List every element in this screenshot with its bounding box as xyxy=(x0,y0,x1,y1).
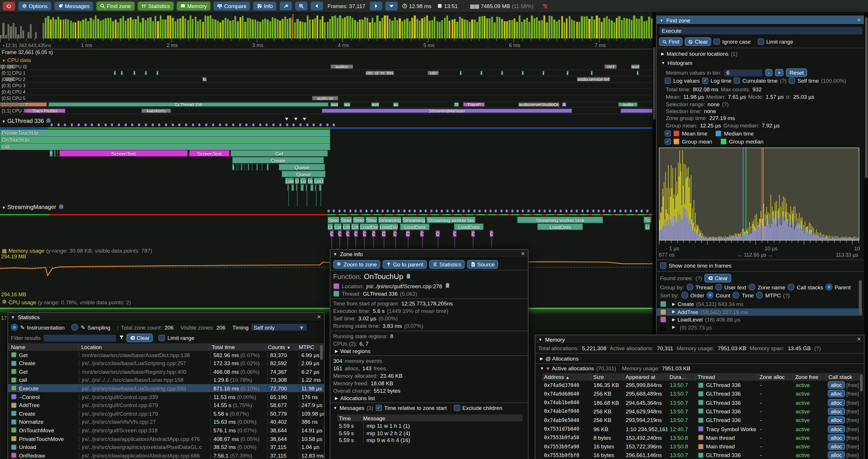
zone-bar[interactable] xyxy=(57,150,58,157)
message-row[interactable]: 5.59 smip 11 w 1 h 1 (1) xyxy=(337,423,523,429)
message-dot[interactable] xyxy=(326,124,328,126)
stats-row[interactable]: ~Control jni/../jni/src/guif/Control.cpp… xyxy=(8,393,324,401)
cpu-segment[interactable]: kworker/u xyxy=(141,108,171,113)
message-dot[interactable] xyxy=(544,209,546,212)
time-relative-checkbox[interactable]: ✓ xyxy=(376,405,382,411)
cpu-segment[interactable]: audio. xyxy=(330,102,338,107)
zone-bar[interactable] xyxy=(296,184,298,191)
message-dot[interactable] xyxy=(549,209,551,212)
cpu-segment[interactable] xyxy=(25,64,27,69)
zone-bar[interactable] xyxy=(310,184,314,191)
zone-bar[interactable]: LoUp xyxy=(314,177,324,184)
message-dot[interactable] xyxy=(630,209,632,212)
message-dot[interactable] xyxy=(478,209,481,212)
alloc-chip[interactable]: alloc xyxy=(828,442,845,450)
screen-scrollbar-thumb[interactable] xyxy=(865,17,867,178)
cpu-segment[interactable]: audio xyxy=(618,102,638,107)
cpu-segment[interactable]: c xyxy=(501,71,503,75)
exclude-children-checkbox[interactable] xyxy=(454,405,460,411)
zone-bar[interactable]: LoadData xyxy=(400,223,430,230)
message-dot[interactable] xyxy=(272,124,275,126)
message-dot[interactable] xyxy=(500,209,503,212)
stats-row[interactable]: Get /mnt/e/claw/src/claw/base/AssetDict.… xyxy=(8,351,324,359)
cpu-segment[interactable]: cds_ol_rx_threa xyxy=(365,71,394,75)
memory-row[interactable]: 0x74ab1be040 186.68 KB 294,645,364ns 13:… xyxy=(542,398,861,407)
memory-usage-header[interactable]: ▦ Memory usage (y-range: 30.88 KB, visib… xyxy=(2,248,152,254)
zone-bar[interactable]: LoadData xyxy=(454,223,484,230)
zone-bar[interactable]: !S xyxy=(50,150,53,157)
close-icon[interactable]: ✕ xyxy=(317,314,321,320)
zone-bar[interactable] xyxy=(291,184,294,191)
stats-row[interactable]: Normalize jni/../jni/src/claw/vfs/Vfs.cp… xyxy=(8,418,324,426)
message-dot[interactable] xyxy=(212,124,214,126)
message-dot[interactable] xyxy=(333,124,335,126)
ignore-case-checkbox[interactable] xyxy=(713,38,720,45)
close-icon[interactable]: ✕ xyxy=(521,251,525,257)
memory-row[interactable]: 0x74a9d37040 186.35 KB 295,999,844ns 13:… xyxy=(542,381,861,389)
cpu-segment[interactable]: aud xyxy=(343,102,350,107)
zone-bar[interactable]: C xyxy=(420,230,424,237)
cpu-segment[interactable]: kw xyxy=(202,77,207,81)
message-dot[interactable] xyxy=(219,124,221,126)
message-dot[interactable] xyxy=(239,124,241,126)
cpu-segment[interactable]: GLThread 336 xyxy=(48,102,329,107)
zone-bar[interactable]: Get xyxy=(230,150,328,157)
message-dot[interactable] xyxy=(581,209,584,212)
zone-bar[interactable]: Ci xyxy=(381,230,386,237)
stats-row[interactable]: Create jni/../jni/src/claw/base/LuaScrip… xyxy=(8,359,324,367)
cpu-segment[interactable]: aud xyxy=(631,64,640,69)
alloc-chip[interactable]: alloc xyxy=(828,407,845,415)
message-dot[interactable] xyxy=(420,209,422,212)
message-dot[interactable] xyxy=(343,209,346,212)
alloc-chip[interactable]: alloc xyxy=(828,452,845,459)
message-dot[interactable] xyxy=(452,209,454,212)
message-dot[interactable] xyxy=(338,209,341,212)
alloc-chip[interactable]: alloc xyxy=(828,390,845,398)
message-dot[interactable] xyxy=(473,209,476,212)
cpu-segment[interactable]: c xyxy=(480,71,483,75)
statistics-button[interactable]: Statistics xyxy=(429,260,465,269)
frame-meter[interactable] xyxy=(0,14,653,38)
active-allocations-tree[interactable]: ▼ ♥ Active allocations (70,311) Memory u… xyxy=(540,365,690,371)
memory-row[interactable]: 0x7531d7b040 96 KB 1:10 234,952,161 12:4… xyxy=(542,425,861,433)
cumulate-time-checkbox[interactable] xyxy=(734,77,740,84)
memory-row[interactable]: 0x7553b9fa90 16 bytes 153,722,396ns 13:5… xyxy=(542,442,861,451)
message-dot[interactable] xyxy=(360,209,362,212)
log-time-checkbox[interactable]: ✓ xyxy=(702,77,708,84)
zone-bar[interactable]: Streaming xyxy=(378,217,402,223)
zone-bar[interactable]: Streaming worker task xyxy=(517,217,603,223)
cpu-segment[interactable]: TracyP xyxy=(463,102,485,107)
zone-bar[interactable] xyxy=(252,164,253,170)
message-dot[interactable] xyxy=(495,209,497,212)
col-total-time[interactable]: Total time xyxy=(209,344,265,350)
alloc-chip[interactable]: alloc xyxy=(828,381,845,389)
message-dot[interactable] xyxy=(299,124,302,126)
glthread-header[interactable]: ▼ GLThread 336 xyxy=(2,117,52,124)
message-dot[interactable] xyxy=(104,124,106,126)
funnel-icon[interactable] xyxy=(119,335,124,341)
timeline-scrollbar-thumb[interactable] xyxy=(653,47,655,120)
message-dot[interactable] xyxy=(225,124,227,126)
message-dot[interactable] xyxy=(619,209,621,212)
cpu-segment[interactable]: audio.service (effect) xyxy=(577,77,610,81)
close-icon[interactable]: ✕ xyxy=(857,336,861,342)
cpu-segment[interactable]: aut xyxy=(393,102,399,107)
message-row[interactable]: 5.59 smip 9 w 4 h 4 (16) xyxy=(337,437,523,443)
memory-scrollbar-thumb[interactable] xyxy=(860,374,863,392)
options-button[interactable]: Options xyxy=(18,1,52,11)
zone-bar[interactable]: Queue xyxy=(279,164,325,170)
zone-bar[interactable]: Streaming xyxy=(402,217,426,223)
stats-table-header[interactable]: NameLocationTotal timeCounts ▼MTPC xyxy=(8,343,324,351)
message-dot[interactable] xyxy=(266,124,268,126)
screen-scrollbar[interactable] xyxy=(864,12,868,459)
timing-dropdown[interactable]: Self only▼ xyxy=(251,323,307,331)
found-zone-row[interactable]: ▶ (9) 225.73 µs xyxy=(657,324,862,331)
found-clear-button[interactable]: Clear xyxy=(704,274,731,283)
tools-button[interactable] xyxy=(279,1,292,11)
message-dot[interactable] xyxy=(608,209,611,212)
mode-instrumentation[interactable] xyxy=(11,324,18,331)
col-size[interactable]: Size xyxy=(590,374,623,380)
zone-bar[interactable]: Loa xyxy=(285,177,294,184)
group-by-parent[interactable] xyxy=(826,284,832,291)
zone-bar[interactable]: Strea xyxy=(365,217,377,223)
